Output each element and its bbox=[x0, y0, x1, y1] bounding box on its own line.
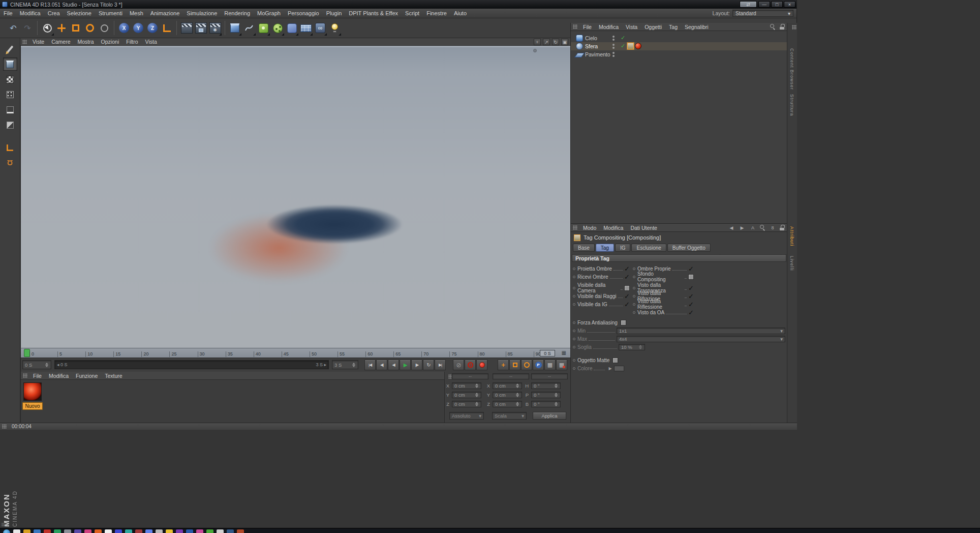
anim-dot-icon[interactable] bbox=[573, 276, 575, 278]
checkbox[interactable] bbox=[624, 302, 630, 307]
model-mode-button[interactable] bbox=[3, 57, 17, 71]
taskbar-app-icon[interactable] bbox=[13, 529, 20, 533]
checkbox[interactable] bbox=[624, 274, 630, 280]
om-menu-oggetti[interactable]: Oggetti bbox=[641, 24, 665, 30]
taskbar-app-icon[interactable] bbox=[44, 529, 51, 533]
object-row-cielo[interactable]: Cielo bbox=[571, 34, 787, 42]
taskbar-app-icon[interactable] bbox=[166, 529, 173, 533]
taskbar-app-icon[interactable] bbox=[105, 529, 112, 533]
material-list[interactable]: Nuovo bbox=[21, 380, 444, 423]
timeline-ruler[interactable]: 0 5 10 15 20 25 30 35 40 45 50 55 60 65 … bbox=[20, 348, 570, 358]
anim-dot-icon[interactable] bbox=[573, 321, 575, 324]
current-time-box[interactable]: 0 S bbox=[540, 350, 555, 357]
live-selection-tool[interactable] bbox=[40, 20, 54, 36]
redo-button[interactable] bbox=[20, 20, 35, 36]
visibility-dots[interactable] bbox=[612, 44, 615, 49]
autokey-button[interactable] bbox=[476, 360, 487, 370]
coord-field[interactable]: 0 cm bbox=[493, 392, 522, 398]
tab-struttura[interactable]: Struttura bbox=[789, 94, 794, 116]
max-select[interactable]: 4x4 bbox=[617, 336, 785, 342]
taskbar-app-icon[interactable] bbox=[196, 529, 203, 533]
sky-object-icon[interactable] bbox=[576, 35, 583, 42]
coord-field[interactable]: 0 ° bbox=[531, 382, 561, 389]
search-icon[interactable] bbox=[770, 24, 776, 29]
tab-buffer-oggetto[interactable]: Buffer Oggetto bbox=[667, 244, 711, 252]
enabled-check-tag[interactable] bbox=[620, 35, 626, 41]
key-rotation-toggle[interactable] bbox=[521, 360, 532, 370]
coord-field[interactable]: 0 cm bbox=[452, 401, 481, 407]
checkbox[interactable] bbox=[612, 358, 618, 363]
taskbar-app-icon[interactable] bbox=[115, 529, 122, 533]
spinner-icon[interactable] bbox=[45, 361, 49, 369]
menu-dpit[interactable]: DPIT Plants & Effex bbox=[345, 9, 402, 18]
viewport-menu-opzioni[interactable]: Opzioni bbox=[98, 39, 123, 45]
tab-content-browser[interactable]: Content Browser bbox=[789, 48, 794, 90]
coord-field[interactable]: 0 cm bbox=[452, 382, 481, 389]
search-icon[interactable] bbox=[760, 225, 765, 230]
start-button[interactable] bbox=[3, 529, 10, 533]
anim-dot-icon[interactable] bbox=[633, 295, 635, 298]
last-tool-button[interactable] bbox=[97, 20, 111, 36]
range-left-icon[interactable] bbox=[57, 362, 59, 367]
taskbar-app-icon[interactable] bbox=[217, 529, 224, 533]
render-view-button[interactable] bbox=[179, 20, 194, 36]
next-frame-button[interactable]: |▶ bbox=[411, 360, 422, 370]
taskbar-app-icon[interactable] bbox=[176, 529, 183, 533]
anim-dot-icon[interactable] bbox=[633, 268, 635, 270]
material-tag-icon[interactable] bbox=[635, 43, 641, 49]
menu-finestre[interactable]: Finestre bbox=[423, 9, 450, 18]
coord-field[interactable]: 0 cm bbox=[452, 392, 481, 398]
previous-frame-button[interactable]: ◀ bbox=[388, 360, 399, 370]
material-thumbnail[interactable] bbox=[23, 382, 42, 401]
viewport-canvas[interactable] bbox=[20, 46, 570, 348]
taskbar-app-icon[interactable] bbox=[74, 529, 81, 533]
menu-mesh[interactable]: Mesh bbox=[126, 9, 147, 18]
toggle-view-icon[interactable] bbox=[561, 39, 568, 45]
taskbar-app-icon[interactable] bbox=[227, 529, 234, 533]
taskbar-app-icon[interactable] bbox=[64, 529, 71, 533]
om-menu-modifica[interactable]: Modifica bbox=[595, 24, 622, 30]
taskbar-app-icon[interactable] bbox=[34, 529, 41, 533]
viewport-menu-filtro[interactable]: Filtro bbox=[122, 39, 141, 45]
menu-script[interactable]: Script bbox=[402, 9, 423, 18]
add-cube-button[interactable] bbox=[228, 20, 242, 36]
section-header[interactable]: Proprietà Tag bbox=[572, 254, 786, 262]
menu-plugin[interactable]: Plugin bbox=[323, 9, 346, 18]
menu-selezione[interactable]: Selezione bbox=[64, 9, 95, 18]
object-list[interactable]: Cielo Sfera bbox=[571, 31, 787, 223]
tab-ig[interactable]: IG bbox=[615, 244, 631, 252]
anim-dot-icon[interactable] bbox=[633, 276, 635, 278]
anim-dot-icon[interactable] bbox=[633, 287, 635, 289]
expand-arrow-icon[interactable] bbox=[608, 366, 611, 371]
points-mode-button[interactable] bbox=[3, 88, 17, 101]
loop-button[interactable] bbox=[423, 360, 434, 370]
menu-mograph[interactable]: MoGraph bbox=[254, 9, 284, 18]
move-tool[interactable] bbox=[54, 20, 69, 36]
anim-dot-icon[interactable] bbox=[573, 303, 575, 306]
texture-mode-button[interactable] bbox=[3, 73, 17, 86]
record-off-button[interactable] bbox=[453, 360, 464, 370]
taskbar-app-icon[interactable] bbox=[206, 529, 213, 533]
taskbar-app-icon[interactable] bbox=[84, 529, 91, 533]
panel-grip-icon[interactable] bbox=[22, 40, 27, 44]
make-editable-button[interactable] bbox=[3, 42, 17, 55]
am-menu-dati-utente[interactable]: Dati Utente bbox=[627, 225, 661, 231]
taskbar-app-icon[interactable] bbox=[145, 529, 152, 533]
add-floor-button[interactable] bbox=[299, 20, 313, 36]
visibility-dots[interactable] bbox=[612, 52, 615, 57]
position-header[interactable]: -- bbox=[452, 373, 488, 379]
timeline-range-slider[interactable]: 0 S 3 S bbox=[54, 360, 329, 369]
menu-personaggio[interactable]: Personaggio bbox=[284, 9, 323, 18]
pan-view-icon[interactable] bbox=[534, 39, 541, 45]
taskbar-app-icon[interactable] bbox=[156, 529, 163, 533]
om-menu-tag[interactable]: Tag bbox=[665, 24, 681, 30]
viewport-menu-viste[interactable]: Viste bbox=[29, 39, 48, 45]
history-back-icon[interactable] bbox=[728, 225, 735, 231]
panel-grip-icon[interactable] bbox=[573, 24, 577, 29]
checkbox[interactable] bbox=[624, 266, 630, 272]
menu-crea[interactable]: Crea bbox=[44, 9, 64, 18]
viewport-menu-vista[interactable]: Vista bbox=[142, 39, 161, 45]
checkbox[interactable] bbox=[688, 266, 694, 272]
add-environment-button[interactable] bbox=[313, 20, 327, 36]
panel-grip-icon[interactable] bbox=[792, 25, 797, 29]
